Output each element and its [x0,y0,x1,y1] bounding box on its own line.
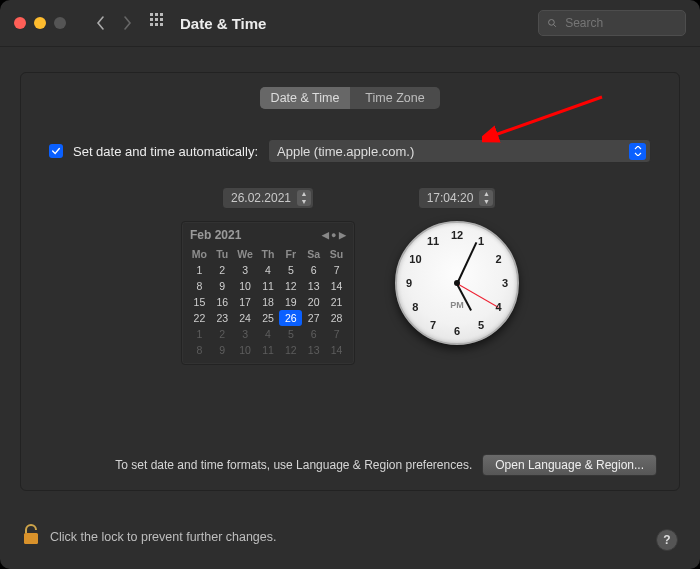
clock-number: 2 [496,253,502,265]
clock-number: 1 [478,235,484,247]
auto-time-checkbox[interactable] [49,144,63,158]
clock-pin [454,280,460,286]
calendar-day[interactable]: 11 [257,342,280,358]
calendar-day[interactable]: 2 [211,262,234,278]
calendar-day[interactable]: 3 [234,326,257,342]
calendar-day[interactable]: 24 [234,310,257,326]
calendar-day[interactable]: 12 [279,342,302,358]
svg-rect-3 [150,18,153,21]
minimize-window-button[interactable] [34,17,46,29]
calendar-nav[interactable]: ◀ ● ▶ [322,230,346,240]
zoom-window-button[interactable] [54,17,66,29]
calendar-day[interactable]: 13 [302,278,325,294]
show-all-icon[interactable] [150,13,166,33]
svg-line-10 [554,25,556,27]
calendar-day[interactable]: 19 [279,294,302,310]
calendar-dow: Su [325,246,348,262]
minute-hand [456,242,477,285]
time-value: 17:04:20 [427,191,474,205]
calendar-day[interactable]: 15 [188,294,211,310]
time-stepper-buttons[interactable]: ▲▼ [479,190,493,206]
lock-row: Click the lock to prevent further change… [22,524,277,549]
date-value: 26.02.2021 [231,191,291,205]
calendar-day[interactable]: 11 [257,278,280,294]
calendar-dow: Tu [211,246,234,262]
calendar-day[interactable]: 25 [257,310,280,326]
calendar-day[interactable]: 23 [211,310,234,326]
calendar-dow: Fr [279,246,302,262]
clock-number: 9 [406,277,412,289]
window-title: Date & Time [180,15,266,32]
calendar-day[interactable]: 9 [211,342,234,358]
back-button[interactable] [90,9,112,37]
calendar-day[interactable]: 10 [234,278,257,294]
calendar-day[interactable]: 4 [257,262,280,278]
format-hint: To set date and time formats, use Langua… [43,458,472,472]
calendar-day[interactable]: 4 [257,326,280,342]
calendar-day[interactable]: 18 [257,294,280,310]
calendar[interactable]: Feb 2021 ◀ ● ▶ MoTuWeThFrSaSu12345678910… [181,221,355,365]
calendar-day[interactable]: 14 [325,342,348,358]
calendar-day[interactable]: 5 [279,262,302,278]
time-server-combo[interactable]: Apple (time.apple.com.) [268,139,651,163]
clock-ampm: PM [450,300,464,310]
calendar-day[interactable]: 7 [325,326,348,342]
calendar-day[interactable]: 10 [234,342,257,358]
traffic-lights [14,17,66,29]
lock-icon[interactable] [22,524,40,549]
help-button[interactable]: ? [656,529,678,551]
calendar-day[interactable]: 14 [325,278,348,294]
forward-button[interactable] [116,9,138,37]
svg-rect-5 [160,18,163,21]
auto-time-label: Set date and time automatically: [73,144,258,159]
calendar-day[interactable]: 17 [234,294,257,310]
calendar-grid[interactable]: MoTuWeThFrSaSu12345678910111213141516171… [188,246,348,358]
analog-clock: PM 121234567891011 [395,221,519,345]
tab-date-time[interactable]: Date & Time [260,87,350,109]
calendar-day[interactable]: 20 [302,294,325,310]
calendar-day[interactable]: 26 [279,310,302,326]
calendar-day[interactable]: 2 [211,326,234,342]
open-language-region-button[interactable]: Open Language & Region... [482,454,657,476]
time-stepper[interactable]: 17:04:20 ▲▼ [418,187,497,209]
date-stepper[interactable]: 26.02.2021 ▲▼ [222,187,314,209]
search-input[interactable] [563,15,677,31]
calendar-dow: Th [257,246,280,262]
clock-number: 6 [454,325,460,337]
calendar-day[interactable]: 5 [279,326,302,342]
calendar-day[interactable]: 7 [325,262,348,278]
titlebar: Date & Time [0,0,700,47]
calendar-day[interactable]: 3 [234,262,257,278]
time-server-value: Apple (time.apple.com.) [277,144,414,159]
calendar-day[interactable]: 22 [188,310,211,326]
clock-number: 12 [451,229,463,241]
calendar-day[interactable]: 1 [188,326,211,342]
tab-time-zone[interactable]: Time Zone [350,87,440,109]
calendar-day[interactable]: 8 [188,278,211,294]
date-stepper-buttons[interactable]: ▲▼ [297,190,311,206]
calendar-day[interactable]: 6 [302,326,325,342]
tab-segmented-control[interactable]: Date & Time Time Zone [260,87,440,109]
calendar-day[interactable]: 21 [325,294,348,310]
clock-number: 5 [478,319,484,331]
calendar-dow: Mo [188,246,211,262]
calendar-day[interactable]: 12 [279,278,302,294]
calendar-day[interactable]: 28 [325,310,348,326]
calendar-day[interactable]: 6 [302,262,325,278]
calendar-day[interactable]: 1 [188,262,211,278]
calendar-day[interactable]: 16 [211,294,234,310]
svg-rect-6 [150,23,153,26]
close-window-button[interactable] [14,17,26,29]
preferences-window: Date & Time Date & Time Time Zone Set da… [0,0,700,569]
calendar-day[interactable]: 8 [188,342,211,358]
search-field[interactable] [538,10,686,36]
combo-arrow-icon [629,143,646,160]
svg-rect-7 [155,23,158,26]
calendar-day[interactable]: 27 [302,310,325,326]
svg-rect-8 [160,23,163,26]
clock-number: 8 [412,301,418,313]
calendar-dow: We [234,246,257,262]
clock-number: 10 [409,253,421,265]
calendar-day[interactable]: 9 [211,278,234,294]
calendar-day[interactable]: 13 [302,342,325,358]
